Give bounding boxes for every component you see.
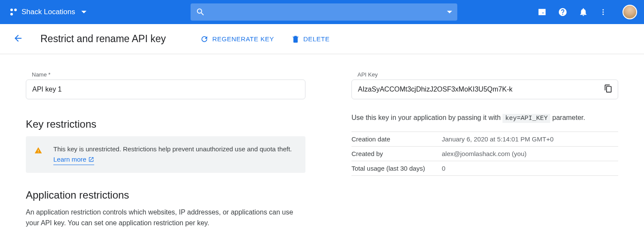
topbar-icons: [537, 5, 637, 19]
delete-button[interactable]: DELETE: [291, 35, 330, 43]
search-box[interactable]: [191, 3, 457, 21]
copy-icon: [604, 84, 613, 93]
svg-point-0: [603, 9, 604, 10]
refresh-icon: [200, 35, 209, 43]
right-column: API Key AIzaSyACCOMt3cjDhizJ2OSF3xMoKI3U…: [351, 71, 618, 229]
svg-point-2: [603, 14, 604, 15]
meta-label: Creation date: [351, 132, 442, 147]
avatar[interactable]: [622, 5, 637, 19]
api-key-value: AIzaSyACCOMt3cjDhizJ2OSF3xMoKI3U5Qm7K-k: [358, 86, 512, 93]
help-icon[interactable]: [558, 7, 567, 17]
table-row: Created byalex@joomlashack.com (you): [351, 147, 618, 161]
page-bar: Restrict and rename API key REGENERATE K…: [0, 24, 644, 54]
trash-icon: [291, 35, 300, 43]
warning-icon: [34, 147, 42, 154]
key-restrictions-title: Key restrictions: [26, 118, 305, 130]
table-row: Total usage (last 30 days)0: [351, 161, 618, 176]
delete-label: DELETE: [303, 35, 330, 43]
meta-value: January 6, 2020 at 5:14:01 PM GMT+0: [442, 132, 618, 147]
search-icon: [196, 7, 205, 17]
copy-button[interactable]: [604, 84, 613, 95]
hint-suffix: parameter.: [550, 114, 585, 121]
warning-text-wrap: This key is unrestricted. Restrictions h…: [53, 144, 297, 165]
meta-value: 0: [442, 161, 618, 176]
name-label: Name *: [32, 71, 305, 78]
app-restrictions-desc: An application restriction controls whic…: [26, 207, 305, 229]
svg-point-1: [603, 12, 604, 13]
meta-value: alex@joomlashack.com (you): [442, 147, 618, 161]
org-icon: [10, 9, 17, 15]
top-header: Shack Locations: [0, 0, 644, 24]
learn-more-label: Learn more: [53, 154, 86, 165]
arrow-back-icon: [13, 33, 23, 43]
regenerate-key-button[interactable]: REGENERATE KEY: [200, 35, 274, 43]
cloud-shell-icon[interactable]: [537, 7, 547, 17]
meta-label: Created by: [351, 147, 442, 161]
name-input[interactable]: [26, 80, 305, 99]
meta-label: Total usage (last 30 days): [351, 161, 442, 176]
warning-text: This key is unrestricted. Restrictions h…: [53, 145, 292, 153]
meta-table: Creation dateJanuary 6, 2020 at 5:14:01 …: [351, 132, 618, 176]
regenerate-key-label: REGENERATE KEY: [212, 35, 274, 43]
chevron-down-icon: [81, 11, 86, 13]
main-content: Name * Key restrictions This key is unre…: [0, 54, 644, 229]
warning-box: This key is unrestricted. Restrictions h…: [26, 136, 305, 173]
more-vert-icon[interactable]: [599, 7, 607, 17]
open-in-new-icon: [88, 156, 94, 162]
project-name: Shack Locations: [22, 8, 75, 16]
back-button[interactable]: [13, 33, 23, 45]
table-row: Creation dateJanuary 6, 2020 at 5:14:01 …: [351, 132, 618, 147]
project-picker[interactable]: Shack Locations: [7, 6, 90, 18]
left-column: Name * Key restrictions This key is unre…: [26, 71, 305, 229]
chevron-down-icon: [447, 11, 452, 13]
hint-prefix: Use this key in your application by pass…: [351, 114, 502, 121]
hint-code: key=API_KEY: [502, 114, 550, 123]
api-key-display: AIzaSyACCOMt3cjDhizJ2OSF3xMoKI3U5Qm7K-k: [351, 80, 618, 99]
hint-text: Use this key in your application by pass…: [351, 114, 618, 122]
app-restrictions-title: Application restrictions: [26, 189, 305, 201]
api-key-label: API Key: [357, 71, 618, 78]
page-title: Restrict and rename API key: [40, 33, 166, 45]
notifications-icon[interactable]: [579, 7, 588, 17]
learn-more-link[interactable]: Learn more: [53, 154, 94, 165]
